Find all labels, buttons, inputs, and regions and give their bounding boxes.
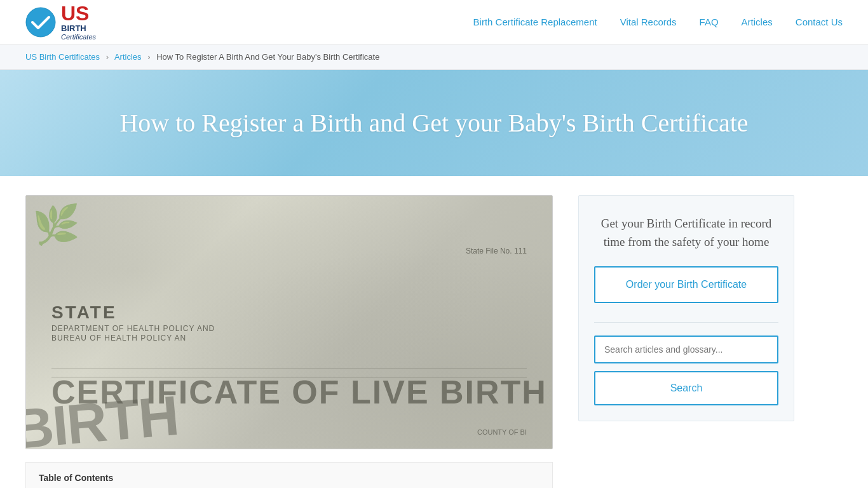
cert-county-text: COUNTY OF BI [477,428,527,436]
nav-birth-cert-replacement[interactable]: Birth Certificate Replacement [473,17,597,27]
svg-point-0 [26,8,55,37]
search-button[interactable]: Search [594,371,778,405]
page-title: How to Register a Birth and Get your Bab… [25,108,843,138]
breadcrumb-articles[interactable]: Articles [114,52,142,62]
table-of-contents: Table of Contents [25,462,553,488]
cert-state-text: STATE [51,302,527,323]
nav-vital-records[interactable]: Vital Records [620,17,677,27]
logo-icon [25,7,56,37]
cert-corner-decoration: 🌿 [32,202,80,247]
logo-text-block: US BIRTH Certificates [61,3,96,41]
cert-header-lines: STATE DEPARTMENT OF HEALTH POLICY AND BU… [51,302,527,342]
breadcrumb-sep-2: › [147,52,150,62]
toc-title: Table of Contents [39,473,539,483]
order-birth-certificate-button[interactable]: Order your Birth Certificate [594,266,778,303]
cert-bureau-text: BUREAU OF HEALTH POLICY AN [51,334,527,342]
sidebar-divider [594,322,778,323]
nav-articles[interactable]: Articles [742,17,773,27]
birth-certificate-image: 🌿 STATE DEPARTMENT OF HEALTH POLICY AND … [25,195,553,449]
breadcrumb-current: How To Register A Birth And Get Your Bab… [156,52,379,62]
breadcrumb-sep-1: › [106,52,109,62]
logo[interactable]: US BIRTH Certificates [25,3,96,41]
site-header: US BIRTH Certificates Birth Certificate … [0,0,868,44]
hero-banner: How to Register a Birth and Get your Bab… [0,70,868,176]
sidebar-promo-text: Get your Birth Certificate in record tim… [594,215,778,251]
sidebar-card: Get your Birth Certificate in record tim… [578,195,794,421]
logo-birth-text: BIRTH [61,24,96,34]
cert-dept-text: DEPARTMENT OF HEALTH POLICY AND [51,324,527,333]
article-area: 🌿 STATE DEPARTMENT OF HEALTH POLICY AND … [25,195,578,488]
cert-file-number: State File No. 111 [466,247,527,255]
logo-certs-text: Certificates [61,33,96,41]
breadcrumb-home[interactable]: US Birth Certificates [25,52,100,62]
breadcrumb: US Birth Certificates › Articles › How T… [0,44,868,70]
main-content: 🌿 STATE DEPARTMENT OF HEALTH POLICY AND … [0,176,868,488]
nav-contact-us[interactable]: Contact Us [796,17,843,27]
search-input[interactable] [594,336,778,363]
sidebar: Get your Birth Certificate in record tim… [578,195,794,421]
main-nav: Birth Certificate Replacement Vital Reco… [473,17,843,27]
logo-us-text: US [61,3,96,24]
nav-faq[interactable]: FAQ [700,17,719,27]
